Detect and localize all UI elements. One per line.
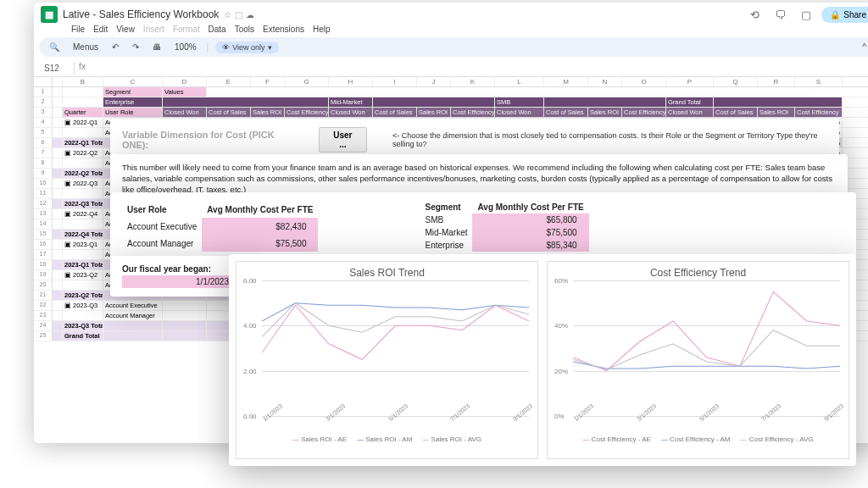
table-row: Account Manager$75,500	[122, 235, 318, 252]
view-only-pill[interactable]: 👁View only▾	[215, 42, 278, 53]
table-row: Account Executive$82,430	[122, 218, 318, 235]
segment-cost-table: SegmentAvg Monthly Cost Per FTE SMB$65,8…	[420, 201, 588, 252]
name-box[interactable]: S12	[41, 62, 75, 75]
history-icon[interactable]: ⟲	[750, 8, 760, 21]
document-title[interactable]: Lative - Sales Efficiency Workbook	[63, 8, 219, 20]
menubar: File Edit View Insert Format Data Tools …	[34, 25, 868, 34]
toolbar-up-icon[interactable]: ^	[859, 41, 868, 53]
chevron-down-icon: ▾	[268, 43, 272, 52]
cost-tables-panel: User RoleAvg Monthly Cost Per FTE Accoun…	[110, 192, 856, 260]
star-icon[interactable]: ☆	[224, 10, 231, 19]
toolbar-search-icon[interactable]: 🔍	[46, 41, 63, 53]
table-row: Enterprise$85,340	[420, 239, 588, 252]
sheets-logo-icon[interactable]: ▦	[41, 6, 58, 23]
charts-panel: Sales ROI Trend0.002.004.006.001/1/20233…	[229, 254, 856, 466]
menu-tools[interactable]: Tools	[235, 25, 254, 34]
menu-edit[interactable]: Edit	[93, 25, 108, 34]
comment-icon[interactable]: 🗨	[775, 8, 786, 21]
toolbar-undo-icon[interactable]: ↶	[108, 41, 122, 53]
toolbar-print-icon[interactable]: 🖶	[149, 41, 164, 53]
toolbar-menus[interactable]: Menus	[70, 41, 102, 53]
chart: Sales ROI Trend0.002.004.006.001/1/20233…	[236, 261, 538, 459]
titlebar: ▦ Lative - Sales Efficiency Workbook ☆ ⬚…	[34, 3, 868, 26]
menu-data[interactable]: Data	[209, 25, 226, 34]
menu-view[interactable]: View	[116, 25, 135, 34]
seg-header: Segment	[420, 201, 472, 214]
fiscal-value: 1/1/2023	[122, 275, 234, 288]
eye-icon: 👁	[222, 43, 230, 52]
role-cost-header: Avg Monthly Cost Per FTE	[202, 201, 318, 218]
fiscal-label: Our fiscal year began:	[122, 264, 234, 274]
var-dim-dropdown[interactable]: User ...	[319, 127, 367, 152]
table-row: Mid-Market$75,500	[420, 226, 588, 239]
toolbar-redo-icon[interactable]: ↷	[129, 41, 142, 53]
chart: Cost Efficiency Trend0%20%40%60%1/1/2023…	[547, 261, 849, 459]
toolbar-zoom[interactable]: 100%	[171, 41, 200, 53]
formula-bar: S12 fx	[34, 60, 868, 77]
role-header: User Role	[122, 201, 202, 218]
role-cost-table: User RoleAvg Monthly Cost Per FTE Accoun…	[122, 201, 318, 252]
move-icon[interactable]: ⬚	[235, 10, 242, 19]
var-dim-label: Variable Dimension for Cost (PICK ONE):	[122, 130, 293, 150]
chart-title: Sales ROI Trend	[242, 267, 532, 279]
chart-title: Cost Efficiency Trend	[553, 267, 843, 279]
fiscal-year-panel: Our fiscal year began: 1/1/2023	[110, 256, 246, 297]
menu-insert[interactable]: Insert	[143, 25, 164, 34]
cloud-icon[interactable]: ☁	[246, 10, 254, 19]
fte-note-text: This number will likely need to come fro…	[122, 163, 832, 194]
meet-icon[interactable]: ▢	[801, 8, 811, 21]
menu-help[interactable]: Help	[313, 25, 331, 34]
var-dim-hint: <- Choose the dimension that is most clo…	[392, 131, 827, 148]
lock-icon: 🔒	[830, 10, 840, 19]
table-row: SMB$65,800	[420, 214, 588, 226]
menu-format[interactable]: Format	[173, 25, 200, 34]
toolbar: 🔍 Menus ↶ ↷ 🖶 100% | 👁View only▾ ^	[39, 37, 868, 57]
seg-cost-header: Avg Monthly Cost Per FTE	[472, 201, 588, 214]
menu-extensions[interactable]: Extensions	[263, 25, 304, 34]
share-button[interactable]: 🔒Share	[821, 7, 868, 23]
fx-icon[interactable]: fx	[75, 62, 90, 75]
column-headers: B C DEFG HIJK LMNO PQRS	[34, 77, 868, 87]
menu-file[interactable]: File	[71, 25, 85, 34]
